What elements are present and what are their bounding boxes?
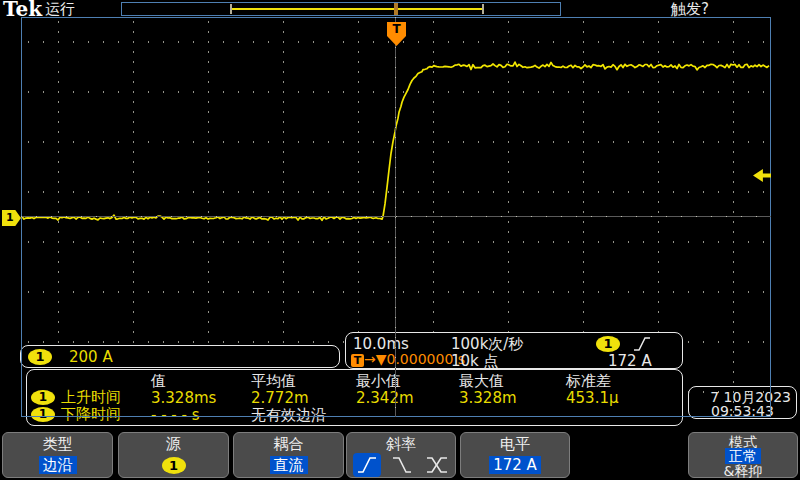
menu-mode-value: 正常 [725,448,761,464]
menu-type-label: 类型 [3,435,112,454]
meas-row1-mean: 2.772m [251,389,309,407]
trigger-source-badge: 1 [596,336,620,352]
menu-button-slope[interactable]: 斜率 [346,432,456,478]
datetime-box: 7 10月2023 09:53:43 [688,386,797,419]
slope-falling-icon[interactable] [388,453,416,477]
channel-scale: 200 A [69,348,113,366]
meas-row1-std: 453.1µ [566,389,619,407]
soft-menu-bar: 类型 边沿 源 1 耦合 直流 斜率 [0,430,800,480]
measurement-table: 值 平均值 最小值 最大值 标准差 1 上升时间 3.328ms 2.772m … [26,369,683,426]
channel-readout-bar: 1 200 A [20,345,340,368]
menu-level-label: 电平 [461,435,569,454]
menu-button-coupling[interactable]: 耦合 直流 [233,432,344,478]
meas-row2-name: 下降时间 [61,405,121,424]
meas-row1-max: 3.328m [459,389,517,407]
menu-source-channel-badge: 1 [162,457,186,474]
meas-row1-channel-badge: 1 [31,390,55,405]
timebase-readout-box: 10.0ms T→▼0.000000 s 100k次/秒 10k 点 1 172… [345,332,683,369]
menu-button-level[interactable]: 电平 172 A [460,432,570,478]
menu-coupling-value: 直流 [270,456,308,474]
meas-row1-value: 3.328ms [151,389,216,407]
menu-button-mode[interactable]: 模式 正常 &释抑 [688,432,798,478]
meas-row2-status: 无有效边沿 [251,406,326,425]
menu-button-source[interactable]: 源 1 [118,432,229,478]
trigger-time-offset: T→▼0.000000 s [351,351,465,367]
meas-row2-channel-badge: 1 [31,407,55,422]
menu-button-type[interactable]: 类型 边沿 [2,432,113,478]
menu-mode-value2: &释抑 [689,463,797,480]
time-text: 09:53:43 [711,403,774,419]
menu-type-value: 边沿 [39,456,77,474]
menu-coupling-label: 耦合 [234,435,343,454]
menu-level-value: 172 A [489,456,541,474]
trigger-t-icon: T [351,354,364,367]
meas-row1-min: 2.342m [356,389,414,407]
trigger-slope-icon [633,336,651,352]
channel-badge: 1 [28,349,52,365]
meas-row2-value: - - - - s [151,406,200,424]
menu-slope-label: 斜率 [347,435,455,454]
slope-rising-icon[interactable] [353,453,381,477]
slope-both-icon[interactable] [423,453,451,477]
menu-source-label: 源 [119,435,228,454]
oscilloscope-screen: Tek 运行 触发? T 1 1 200 A 10.0ms T→▼0.00000… [0,0,800,480]
trigger-level-value: 172 A [608,352,652,370]
